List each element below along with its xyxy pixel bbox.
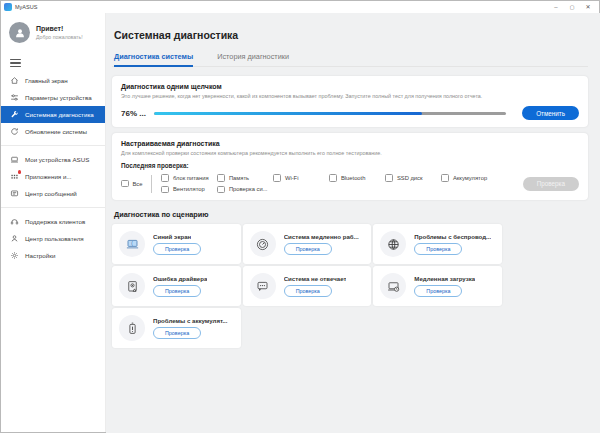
hamburger-menu-icon[interactable] [10,59,21,67]
checkbox-group: блок питания Память Wi-Fi Bluetooth [161,174,522,193]
scenario-card-slow-boot: Медленная загрузка Проверка [373,266,502,306]
checkbox-bluetooth[interactable]: Bluetooth [329,174,385,182]
checkbox-icon[interactable] [161,186,169,194]
last-check-label: Последняя проверка: [121,162,579,169]
scenario-card-wireless-problems: Проблемы с беспровод... Проверка [373,224,502,264]
sidebar-item-customer-support[interactable]: Поддержка клиентов [0,213,105,230]
minimize-icon[interactable]: – [548,1,564,13]
checkbox-icon[interactable] [329,174,337,182]
gear-icon [10,251,19,260]
sidebar-item-label: Обновление системы [25,128,87,135]
scenario-section-title: Диагностика по сценарию [114,210,588,219]
checkbox-label: Вентилятор [173,186,205,192]
chat-dots-icon [250,273,276,299]
scenario-card-system-slow: Система медленно раб... Проверка [243,224,372,264]
sidebar-nav: Главный экран Параметры устройства Систе… [0,72,105,264]
checkbox-label: Аккумулятор [453,175,487,181]
scenario-check-button[interactable]: Проверка [284,285,332,297]
sidebar-item-system-update[interactable]: Обновление системы [0,123,105,140]
scenario-check-button[interactable]: Проверка [153,243,201,255]
page-title: Системная диагностика [114,29,588,41]
checkbox-power-supply[interactable]: блок питания [161,174,217,182]
custom-description: Для комплексной проверки состояния компь… [121,150,579,156]
notification-badge [18,170,22,174]
apps-grid-icon [10,172,19,181]
custom-diagnostics-card: Настраиваемая диагностика Для комплексно… [112,133,588,200]
one-click-title: Диагностика одним щелчком [121,83,579,90]
checkbox-wifi[interactable]: Wi-Fi [273,174,329,182]
scenario-check-button[interactable]: Проверка [284,243,332,255]
sidebar-item-system-diagnostics[interactable]: Системная диагностика [0,106,105,123]
checkbox-icon[interactable] [385,174,393,182]
sidebar-item-apps[interactable]: Приложения и... [0,168,105,185]
scenario-card-system-not-responding: Система не отвечает Проверка [243,266,372,306]
main-content: Системная диагностика Диагностика систем… [106,13,600,433]
headset-icon [10,217,19,226]
maximize-icon[interactable]: ▢ [564,1,580,13]
checkbox-area: Все блок питания Память [121,174,579,193]
checkbox-icon[interactable] [161,174,169,182]
checkbox-battery[interactable]: Аккумулятор [441,174,497,182]
checkbox-icon[interactable] [121,180,129,188]
wrench-icon [10,110,19,119]
user-profile[interactable]: Привет! Добро пожаловать! [0,13,105,47]
person-icon [10,234,19,243]
sidebar-item-home[interactable]: Главный экран [0,72,105,89]
scenario-card-blue-screen: ( Синий экран Проверка [112,224,241,264]
close-icon[interactable]: ✕ [580,1,596,13]
checkbox-icon[interactable] [273,174,281,182]
message-icon [10,189,19,198]
app-title: MyASUS [15,4,37,10]
sidebar-item-user-center[interactable]: Центр пользователя [0,230,105,247]
checkbox-icon[interactable] [217,186,225,194]
scenario-card-label: Система не отвечает [284,275,347,282]
tab-diagnostics-history[interactable]: История диагностики [217,52,289,66]
checkbox-ssd[interactable]: SSD диск [385,174,441,182]
divider [0,207,105,208]
one-click-description: Это лучшее решение, когда нет уверенност… [121,93,579,99]
checkbox-memory[interactable]: Память [217,174,273,182]
checkbox-label: Bluetooth [341,175,366,181]
checkbox-icon[interactable] [217,174,225,182]
slow-boot-icon [380,273,406,299]
greeting-subtitle: Добро пожаловать! [36,34,83,40]
scenario-card-label: Система медленно раб... [284,233,359,240]
speedometer-icon [250,231,276,257]
scenario-check-button[interactable]: Проверка [153,327,201,339]
sidebar-item-device-settings[interactable]: Параметры устройства [0,89,105,106]
sidebar-item-label: Центр сообщений [25,190,77,197]
divider [0,145,105,146]
sidebar-item-settings[interactable]: Настройки [0,247,105,264]
sidebar-item-label: Системная диагностика [25,111,94,118]
app-logo-icon [4,3,12,11]
one-click-progress-fill [154,112,422,115]
sliders-icon [10,93,19,102]
refresh-icon [10,127,19,136]
cancel-button[interactable]: Отменить [522,106,579,120]
sidebar-item-message-center[interactable]: Центр сообщений [0,185,105,202]
bluescreen-icon: ( [119,231,145,257]
checkbox-fan[interactable]: Вентилятор [161,186,217,194]
scenario-check-button[interactable]: Проверка [414,243,462,255]
sidebar-item-my-asus-devices[interactable]: Мои устройства ASUS [0,151,105,168]
checkbox-label: Все [133,181,143,187]
checkbox-system-check[interactable]: Проверка си... [217,186,273,194]
sidebar-item-label: Центр пользователя [25,235,84,242]
scenario-check-button[interactable]: Проверка [153,285,201,297]
checkbox-label: Память [229,175,249,181]
sidebar-item-label: Параметры устройства [25,94,92,101]
scenario-card-driver-error: Ошибка драйвера Проверка [112,266,241,306]
sidebar-item-label: Поддержка клиентов [25,218,85,225]
custom-check-button[interactable]: Проверка [523,177,579,191]
progress-bar [154,112,506,115]
scenario-grid: ( Синий экран Проверка Система медленно … [112,224,502,348]
checkbox-icon[interactable] [441,174,449,182]
globe-icon [380,231,406,257]
sidebar-item-label: Главный экран [25,77,68,84]
sidebar: Привет! Добро пожаловать! Главный экран … [0,13,106,433]
tab-system-diagnostics[interactable]: Диагностика системы [114,52,193,67]
progress-row: 76% ... Отменить [121,106,579,120]
scenario-check-button[interactable]: Проверка [414,285,462,297]
checkbox-label: Проверка си... [229,186,268,192]
checkbox-all[interactable]: Все [121,180,143,188]
